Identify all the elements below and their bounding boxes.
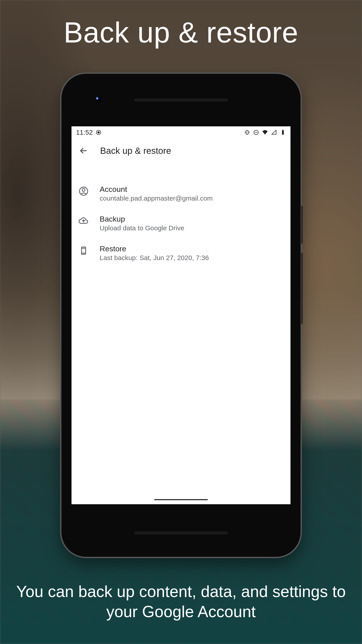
restore-title: Restore <box>100 244 284 253</box>
phone-side-button <box>301 206 303 244</box>
account-title: Account <box>100 185 284 194</box>
wifi-icon <box>262 129 268 136</box>
status-time: 11:52 <box>76 128 93 136</box>
navigation-handle[interactable] <box>154 499 208 500</box>
battery-icon <box>280 129 286 136</box>
account-icon <box>78 186 89 196</box>
svg-point-1 <box>98 132 100 134</box>
phone-icon <box>78 245 89 256</box>
promo-title: Back up & restore <box>0 16 362 49</box>
arrow-left-icon <box>79 146 88 155</box>
cloud-upload-icon <box>78 216 89 226</box>
restore-subtitle: Last backup: Sat, Jun 27, 2020, 7:36 <box>100 254 284 262</box>
do-not-disturb-icon <box>253 129 259 136</box>
backup-setting-row[interactable]: Backup Upload data to Google Drive <box>71 208 291 238</box>
svg-rect-2 <box>246 130 248 134</box>
back-button[interactable] <box>78 145 89 156</box>
account-subtitle: countable.pad.appmaster@gmail.com <box>100 194 284 202</box>
vibrate-icon <box>244 129 250 136</box>
phone-screen: 11:52 <box>71 126 291 504</box>
account-setting-row[interactable]: Account countable.pad.appmaster@gmail.co… <box>71 179 291 208</box>
phone-side-button <box>301 253 303 324</box>
backup-subtitle: Upload data to Google Drive <box>100 224 284 232</box>
phone-camera <box>95 96 101 102</box>
svg-rect-7 <box>282 130 284 134</box>
phone-speaker <box>134 531 228 534</box>
restore-setting-row[interactable]: Restore Last backup: Sat, Jun 27, 2020, … <box>71 238 291 268</box>
svg-point-11 <box>82 188 85 192</box>
app-bar: Back up & restore <box>71 138 291 163</box>
settings-list: Account countable.pad.appmaster@gmail.co… <box>71 163 291 268</box>
page-title: Back up & restore <box>100 146 171 156</box>
promo-subtitle: You can back up content, data, and setti… <box>13 582 349 622</box>
backup-title: Backup <box>100 215 284 224</box>
phone-device-frame: 11:52 <box>61 74 301 557</box>
dnd-icon <box>95 129 102 136</box>
status-bar: 11:52 <box>71 126 291 138</box>
signal-icon <box>271 129 277 136</box>
svg-rect-8 <box>283 130 283 130</box>
